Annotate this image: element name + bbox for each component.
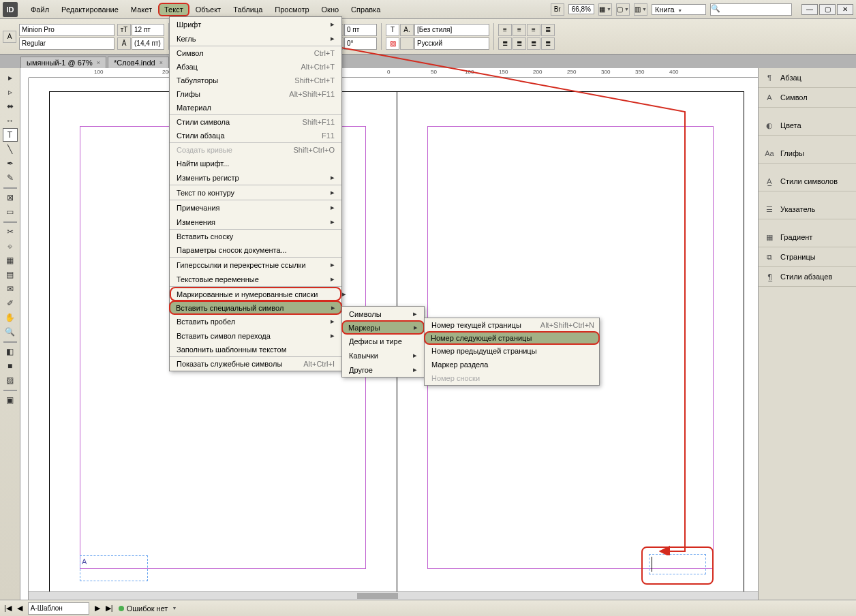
direct-selection-tool[interactable]: ▹ [3, 85, 18, 99]
menu-item[interactable]: Параметры сносок документа... [170, 243, 341, 258]
leading[interactable]: (14,4 пт) [132, 37, 164, 50]
screen-mode-icon[interactable]: ▦▼ [598, 3, 612, 16]
selection-tool[interactable]: ▸ [3, 71, 18, 84]
preflight-status[interactable]: Ошибок нет [127, 604, 168, 613]
line-tool[interactable]: ╲ [3, 142, 18, 156]
menu-item[interactable]: Текст по контуру [170, 185, 341, 200]
scissors-tool[interactable]: ✂ [3, 225, 18, 238]
menu-item[interactable]: Другое [342, 363, 424, 377]
note-tool[interactable]: ✉ [3, 282, 18, 296]
pencil-tool[interactable]: ✎ [3, 171, 18, 185]
workspace-select[interactable]: Книга ▼ [652, 4, 706, 15]
menu-item[interactable]: Маркированные и нумерованные списки [170, 287, 341, 301]
page-tool[interactable]: ⬌ [3, 99, 18, 113]
font-style[interactable]: Regular [19, 37, 114, 50]
screen-mode[interactable]: ▣ [3, 393, 18, 407]
menu-item[interactable]: Дефисы и тире [342, 334, 424, 348]
doc-tab-2[interactable]: *Слов4.indd× [108, 57, 169, 68]
close-icon[interactable]: × [97, 59, 100, 66]
pen-tool[interactable]: ✒ [3, 157, 18, 170]
menu-object[interactable]: Объект [189, 3, 227, 16]
panel-Градиент[interactable]: ▦Градиент [759, 228, 856, 247]
horizontal-scrollbar[interactable] [29, 591, 758, 600]
menu-layout[interactable]: Макет [125, 3, 158, 16]
menu-item[interactable]: АбзацAlt+Ctrl+T [170, 60, 341, 74]
apply-none[interactable]: ▨ [3, 373, 18, 387]
menu-item[interactable]: Номер текущей страницыAlt+Shift+Ctrl+N [425, 318, 599, 332]
font-family[interactable]: Minion Pro [19, 24, 114, 36]
menu-edit[interactable]: Редактирование [55, 3, 125, 16]
menu-text[interactable]: Текст [158, 3, 189, 16]
menu-item[interactable]: Найти шрифт... [170, 157, 341, 170]
menu-item[interactable]: Маркер раздела [425, 358, 599, 371]
arrange-icon[interactable]: ▢▼ [616, 3, 630, 16]
hand-tool[interactable]: ✋ [3, 311, 18, 324]
panel-Цвета[interactable]: ◐Цвета [759, 116, 856, 136]
nav-last[interactable]: ▶| [106, 604, 113, 613]
menu-window[interactable]: Окно [316, 3, 346, 16]
panel-Указатель[interactable]: ☰Указатель [759, 200, 856, 219]
menu-item[interactable]: Вставить специальный символ [169, 301, 342, 315]
menu-item[interactable]: Номер следующей страницы [424, 331, 600, 345]
menu-item[interactable]: Материал [170, 101, 341, 115]
menu-item[interactable]: Вставить символ перехода [170, 328, 341, 343]
menu-item[interactable]: ГлифыAlt+Shift+F11 [170, 87, 341, 101]
menu-file[interactable]: Файл [25, 3, 55, 16]
menu-item[interactable]: ТабуляторыShift+Ctrl+T [170, 74, 341, 87]
gap-tool[interactable]: ↔ [3, 114, 18, 127]
vertical-ruler[interactable] [20, 78, 29, 600]
doc-tab-1[interactable]: ымянный-1 @ 67%× [20, 57, 106, 68]
eyedropper-tool[interactable]: ✐ [3, 296, 18, 310]
nav-next[interactable]: ▶ [95, 604, 100, 613]
menu-item[interactable]: Текстовые переменные [170, 272, 341, 287]
gradient-feather-tool[interactable]: ▤ [3, 268, 18, 281]
maximize-button[interactable]: ▢ [819, 4, 836, 15]
nav-first[interactable]: |◀ [4, 604, 12, 613]
panel-Стили абзацев[interactable]: ¶̲Стили абзацев [759, 267, 856, 287]
nav-prev[interactable]: ◀ [17, 604, 22, 613]
bridge-icon[interactable]: Br [551, 3, 564, 16]
panel-Глифы[interactable]: AaГлифы [759, 144, 856, 164]
page-indicator[interactable]: А-Шаблон [28, 602, 89, 615]
menu-item[interactable]: Заполнить шаблонным текстом [170, 343, 341, 357]
close-button[interactable]: ✕ [837, 4, 853, 15]
minimize-button[interactable]: ― [801, 4, 818, 15]
menu-item[interactable]: СимволCtrl+T [170, 46, 341, 60]
menu-item[interactable]: Изменения [170, 215, 341, 230]
menu-item[interactable]: Шрифт [170, 17, 341, 31]
menu-item[interactable]: Маркеры [341, 320, 425, 335]
search-input[interactable]: 🔍 [710, 3, 792, 16]
free-transform-tool[interactable]: ⟐ [3, 239, 18, 253]
font-size[interactable]: 12 пт [132, 24, 164, 36]
menu-item[interactable]: Стили символаShift+F11 [170, 115, 341, 129]
char-format-mode[interactable]: A [3, 31, 16, 43]
zoom-level[interactable]: 66,8% [568, 4, 594, 14]
menu-item[interactable]: Гиперссылки и перекрестные ссылки [170, 258, 341, 272]
menu-help[interactable]: Справка [345, 3, 386, 16]
gradient-swatch-tool[interactable]: ▦ [3, 253, 18, 267]
menu-item[interactable]: Кавычки [342, 348, 424, 363]
menu-table[interactable]: Таблица [227, 3, 269, 16]
type-tool[interactable]: T [3, 128, 18, 142]
menu-item[interactable]: Кегль [170, 31, 341, 46]
panel-Символ[interactable]: AСимвол [759, 88, 856, 108]
panel-Стили символов[interactable]: A̲Стили символов [759, 172, 856, 191]
menu-item[interactable]: Показать служебные символыAlt+Ctrl+I [170, 357, 341, 371]
menu-item[interactable]: Вставить пробел [170, 314, 341, 328]
menu-item[interactable]: Изменить регистр [170, 170, 341, 185]
panel-Абзац[interactable]: ¶Абзац [759, 68, 856, 88]
master-marker-a[interactable]: A [80, 555, 148, 581]
close-icon[interactable]: × [159, 59, 163, 66]
panel-Страницы[interactable]: ⧉Страницы [759, 247, 856, 267]
rectangle-frame-tool[interactable]: ⊠ [3, 191, 18, 204]
zoom-tool[interactable]: 🔍 [3, 325, 18, 339]
menu-item[interactable]: Вставить сноску [170, 230, 341, 243]
menu-item[interactable]: Номер предыдущей страницы [425, 344, 599, 358]
rectangle-tool[interactable]: ▭ [3, 205, 18, 219]
menu-item[interactable]: Стили абзацаF11 [170, 129, 341, 143]
menu-item[interactable]: Символы [342, 307, 424, 321]
menu-item[interactable]: Примечания [170, 200, 341, 215]
apply-color[interactable]: ■ [3, 359, 18, 373]
fill-stroke[interactable]: ◧ [3, 345, 18, 358]
view-options-icon[interactable]: ▥▼ [634, 3, 647, 16]
